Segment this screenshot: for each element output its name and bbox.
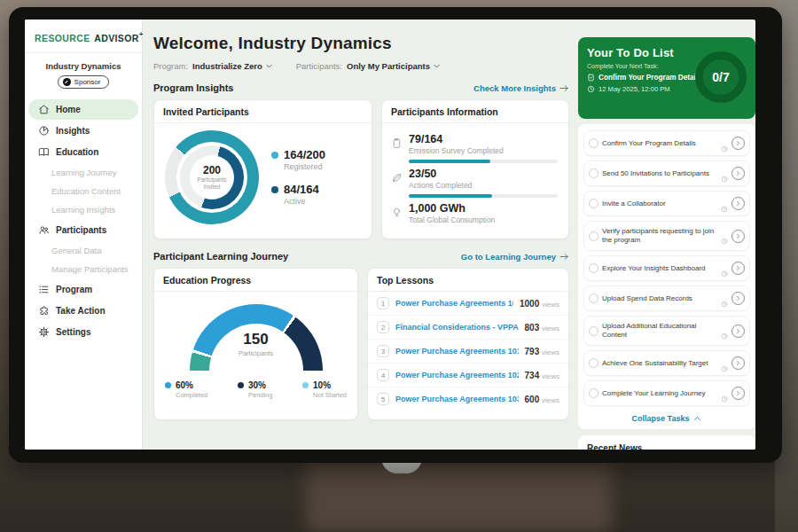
clock-icon <box>721 232 728 239</box>
task-doc-icon <box>587 74 595 82</box>
sidebar-item-label: Program <box>56 285 92 294</box>
lesson-row[interactable]: 5 Power Purchase Agreements 103 600 view… <box>368 387 568 411</box>
task-checkbox[interactable] <box>589 263 598 273</box>
sidebar-item-label: Participants <box>56 225 106 235</box>
legend-label: Active <box>284 197 319 206</box>
task-checkbox[interactable] <box>589 326 598 336</box>
metric-consumption: 1,000 GWh Total Global Consumption <box>391 202 558 224</box>
lesson-link[interactable]: Power Purchase Agreements 103 <box>395 395 519 403</box>
lesson-link[interactable]: Power Purchase Agreements 101 <box>395 347 519 356</box>
sidebar-item-education[interactable]: Education <box>28 142 138 162</box>
task-label: Complete Your Learning Journey <box>602 389 717 398</box>
chevron-down-icon <box>265 62 273 70</box>
lesson-link[interactable]: Power Purchase Agreements 101 <box>395 299 513 308</box>
task-checkbox[interactable] <box>589 388 598 398</box>
dashboard-screen: RESOURCE ADVISOR+ Industry Dynamics Spon… <box>25 20 755 450</box>
sidebar-item-general-data[interactable]: General Data <box>25 241 142 260</box>
task-chevron-button[interactable] <box>732 167 745 180</box>
task-chevron-button[interactable] <box>732 262 745 275</box>
program-insights-header: Program Insights Check More Insights <box>153 82 569 93</box>
task-row[interactable]: Verify participants requesting to join t… <box>583 221 750 251</box>
recent-news-card: Recent News <box>578 435 755 450</box>
task-row[interactable]: Upload Spend Data Records <box>583 286 750 311</box>
sidebar-item-manage-participants[interactable]: Manage Participants <box>25 260 142 278</box>
legend-dot <box>165 382 171 388</box>
metric-value: 23/50 <box>409 168 558 180</box>
task-checkbox[interactable] <box>589 293 598 303</box>
sidebar-item-take-action[interactable]: Take Action <box>28 301 138 321</box>
participants-filter-dropdown[interactable]: Only My Participants <box>347 61 441 71</box>
task-row[interactable]: Confirm Your Program Details <box>583 130 750 156</box>
task-chevron-button[interactable] <box>732 292 745 305</box>
legend-item-active: 84/164 Active <box>271 184 325 206</box>
task-row[interactable]: Upload Additional Educational Content <box>583 316 750 346</box>
task-checkbox[interactable] <box>589 358 598 368</box>
sidebar-item-insights[interactable]: Insights <box>28 121 138 141</box>
recent-news-title: Recent News <box>587 443 747 450</box>
task-chevron-button[interactable] <box>732 197 745 210</box>
task-checkbox[interactable] <box>589 168 598 178</box>
participants-information-card: Participants Information 79/164 Emission… <box>381 99 569 239</box>
page-title: Welcome, Industry Dynamics <box>153 34 569 53</box>
gear-icon <box>38 326 50 338</box>
task-row[interactable]: Invite a Collaborator <box>583 191 750 216</box>
chevron-up-icon <box>693 415 701 422</box>
sidebar-item-home[interactable]: Home <box>28 99 138 120</box>
lesson-row[interactable]: 4 Power Purchase Agreements 102 734 view… <box>368 364 568 387</box>
task-row[interactable]: Complete Your Learning Journey <box>583 380 750 406</box>
lesson-row[interactable]: 3 Power Purchase Agreements 101 793 view… <box>368 340 568 364</box>
task-checkbox[interactable] <box>589 199 598 208</box>
task-label: Confirm Your Program Details <box>602 139 717 148</box>
check-more-insights-link[interactable]: Check More Insights <box>473 83 569 93</box>
clock-icon <box>721 170 728 177</box>
task-label: Upload Spend Data Records <box>602 294 717 303</box>
arrow-right-icon <box>559 84 569 92</box>
lesson-link[interactable]: Financial Considerations - VPPAs <box>395 323 519 332</box>
clock-icon <box>721 360 728 367</box>
lesson-rank: 1 <box>377 297 389 309</box>
task-checkbox[interactable] <box>589 138 598 148</box>
sponsor-badge[interactable]: Sponsor <box>58 75 110 89</box>
sidebar-item-learning-journey[interactable]: Learning Journey <box>25 163 142 182</box>
sidebar-item-learning-insights[interactable]: Learning Insights <box>25 200 142 219</box>
lesson-row[interactable]: 1 Power Purchase Agreements 101 1000 vie… <box>368 292 568 316</box>
legend-dot <box>302 382 309 388</box>
lesson-link[interactable]: Power Purchase Agreements 102 <box>395 371 519 379</box>
sidebar-item-label: Insights <box>56 126 90 136</box>
sidebar-item-education-content[interactable]: Education Content <box>25 182 142 200</box>
legend-label: Pending <box>248 391 273 399</box>
task-label: Invite a Collaborator <box>602 200 717 208</box>
sidebar-item-participants[interactable]: Participants <box>28 220 138 240</box>
task-row[interactable]: Achieve One Sustainability Target <box>583 350 750 376</box>
participants-filter-label: Participants: <box>296 61 342 71</box>
lesson-rank: 4 <box>377 369 389 381</box>
program-filter: Program: Industrialize Zero <box>153 61 273 71</box>
task-chevron-button[interactable] <box>732 230 745 243</box>
task-chevron-button[interactable] <box>732 137 745 150</box>
views-suffix: views <box>542 301 559 309</box>
legend-value: 164/200 <box>284 149 325 161</box>
lesson-row[interactable]: 2 Financial Considerations - VPPAs 803 v… <box>368 316 568 340</box>
task-checkbox[interactable] <box>589 231 598 241</box>
sidebar-item-program[interactable]: Program <box>28 279 138 300</box>
lesson-views: 803 <box>525 323 540 332</box>
task-chevron-button[interactable] <box>732 356 745 370</box>
views-suffix: views <box>542 396 559 404</box>
sidebar-item-label: Settings <box>56 327 90 337</box>
collapse-tasks-link[interactable]: Collapse Tasks <box>583 411 750 426</box>
legend-value: 30% <box>248 380 273 390</box>
metric-actions: 23/50 Actions Completed <box>391 168 558 198</box>
sidebar-item-settings[interactable]: Settings <box>28 322 138 342</box>
task-chevron-button[interactable] <box>732 387 745 400</box>
go-to-learning-journey-link[interactable]: Go to Learning Journey <box>461 252 569 262</box>
task-chevron-button[interactable] <box>732 325 745 338</box>
program-filter-dropdown[interactable]: Industrialize Zero <box>192 61 273 71</box>
task-row[interactable]: Explore Your Insights Dashboard <box>583 255 750 281</box>
task-row[interactable]: Send 50 Invitations to Participants <box>583 160 750 186</box>
progress-fill <box>409 194 492 198</box>
legend-item-not-started: 10% Not Started <box>302 380 347 399</box>
section-title: Program Insights <box>153 82 233 93</box>
clock-icon <box>721 140 728 147</box>
card-title: Top Lessons <box>368 269 568 292</box>
legend-dot <box>238 382 244 388</box>
